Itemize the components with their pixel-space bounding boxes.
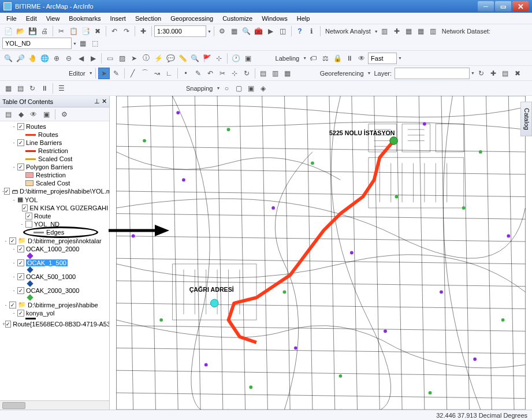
paste-button[interactable]: 📑 [80,25,91,37]
toc-item[interactable]: Route [1,212,108,220]
toc-item[interactable]: -Line Barriers [1,139,108,147]
cut-polygons-icon[interactable]: ✂ [217,68,228,79]
editor-dropdown-icon[interactable]: ▼ [89,71,93,75]
goto-xy-icon[interactable]: ⊹ [213,53,225,64]
edit-tool-icon[interactable]: ➤ [98,68,110,79]
snap-end-icon[interactable]: ▢ [233,83,244,94]
network-dataset-input[interactable] [2,38,72,49]
fixed-zoom-out-icon[interactable]: ⊖ [63,53,75,64]
refresh-icon[interactable]: ↻ [27,83,38,94]
find-route-icon[interactable]: 🚩 [201,53,213,64]
menu-help[interactable]: Help [293,14,314,23]
add-data-button[interactable]: ✚ [137,25,149,37]
hyperlink-icon[interactable]: ⚡ [152,53,164,64]
menu-geoprocessing[interactable]: Geoprocessing [166,14,217,23]
layer-checkbox[interactable] [17,287,24,294]
labeling-dropdown-icon[interactable]: ▼ [303,56,307,60]
label-view-unplaced-icon[interactable]: 👁 [356,53,367,64]
georef-link-icon[interactable]: ✚ [488,68,499,79]
pan-icon[interactable]: 🤚 [27,53,38,64]
list-by-source-icon[interactable]: ◆ [15,109,27,120]
zoom-in-icon[interactable]: 🔍 [2,53,14,64]
find-icon[interactable]: 🔍 [189,53,200,64]
menu-view[interactable]: View [42,14,64,23]
layer-checkbox[interactable] [9,237,16,244]
labeling-label[interactable]: Labeling [273,55,302,62]
label-weight-icon[interactable]: ⚖ [319,53,331,64]
right-angle-icon[interactable]: ∟ [163,68,175,79]
trace-icon[interactable]: ↝ [151,68,163,79]
identify-icon[interactable]: ⓘ [140,53,152,64]
toc-item[interactable]: -▦YOL [1,195,108,204]
toc-item[interactable]: Scaled Cost [1,155,108,163]
redo-button[interactable]: ↷ [121,25,132,37]
map-view[interactable]: 5225 NOLU İSTASYON ÇAĞRI ADRESİ Catalog [110,96,532,410]
snapping-dropdown-icon[interactable]: ▼ [217,86,221,90]
layer-checkbox[interactable] [17,246,24,252]
layer-checkbox[interactable] [22,205,28,211]
list-by-visibility-icon[interactable]: 👁 [28,109,39,120]
toc-item[interactable]: Restriction [1,171,108,179]
straight-segment-icon[interactable]: ╱ [127,68,139,79]
toc-item[interactable]: Edges [1,228,108,236]
forward-extent-icon[interactable]: ▶ [87,53,99,64]
point-icon[interactable]: • [180,68,192,79]
labeling-mode-input[interactable] [368,53,397,64]
snap-point-icon[interactable]: ○ [221,83,232,94]
layer-checkbox[interactable] [4,188,10,195]
toc-item[interactable]: Routes [1,131,108,139]
menu-file[interactable]: File [2,14,21,23]
cut-button[interactable]: ✂ [55,25,67,37]
sketch-properties-icon[interactable]: ▥ [270,68,281,79]
toc-close-icon[interactable]: ✕ [102,98,107,105]
layer-checkbox[interactable] [5,321,11,328]
menu-customize[interactable]: Customize [218,14,256,23]
toc-scrollbar-h[interactable] [0,400,109,410]
label-pause-icon[interactable]: ⏸ [344,53,355,64]
copy-button[interactable]: 📋 [68,25,79,37]
zoom-out-icon[interactable]: 🔎 [14,53,26,64]
toc-item[interactable]: -OCAK_1_500 [1,259,108,267]
window-minimize-button[interactable]: ─ [478,1,494,12]
modelbuilder-icon[interactable]: ◫ [277,25,289,37]
edit-vertices-icon[interactable]: ✎ [192,68,204,79]
time-slider-icon[interactable]: 🕐 [230,53,241,64]
create-viewer-icon[interactable]: ▣ [242,53,254,64]
print-button[interactable]: 🖨 [39,25,50,37]
georeferencing-label[interactable]: Georeferencing [318,70,366,77]
toc-item[interactable]: -YOL_ND [1,220,108,228]
toc-item[interactable] [1,267,108,273]
layout-view-icon[interactable]: ▤ [14,83,26,94]
label-priority-icon[interactable]: 🏷 [307,53,319,64]
toc-item[interactable]: EN KISA YOL GÜZERGAHI [1,204,108,212]
pause-drawing-icon[interactable]: ⏸ [39,83,50,94]
toc-item[interactable]: -📁D:\bitirme_projesi\habibe [1,300,108,309]
georef-rotate-icon[interactable]: ↻ [475,68,487,79]
help-icon[interactable]: ? [294,25,306,37]
measure-icon[interactable]: 📏 [177,53,188,64]
layer-checkbox[interactable] [17,259,24,266]
layer-checkbox[interactable] [17,163,24,170]
toc-item[interactable]: Scaled Cost [1,179,108,187]
attributes-icon[interactable]: ▤ [258,68,269,79]
window-close-button[interactable]: ✕ [512,1,529,12]
editor-label[interactable]: Editor [66,70,88,77]
snapping-label[interactable]: Snapping [184,85,215,92]
na-directions-icon[interactable]: ▥ [427,25,439,37]
na-create-location-icon[interactable]: ✚ [391,25,403,37]
data-view-icon[interactable]: ▦ [2,83,14,94]
save-button[interactable]: 💾 [27,25,38,37]
layer-checkbox[interactable] [17,123,24,130]
undo-button[interactable]: ↶ [109,25,120,37]
full-extent-icon[interactable]: 🌐 [39,53,50,64]
layer-checkbox[interactable] [9,302,16,309]
toc-pin-icon[interactable]: ⊥ [94,98,100,105]
new-button[interactable]: 📄 [2,25,14,37]
scale-dropdown-icon[interactable]: ▼ [207,29,211,34]
editor-toolbar-icon[interactable]: ⚙ [217,25,228,37]
open-button[interactable]: 📂 [14,25,26,37]
toggle-toc-icon[interactable]: ☰ [55,83,67,94]
clear-selection-icon[interactable]: ▨ [116,53,128,64]
toc-item[interactable]: -Routes [1,122,108,131]
network-analyst-dropdown-icon[interactable]: ▼ [374,29,378,34]
